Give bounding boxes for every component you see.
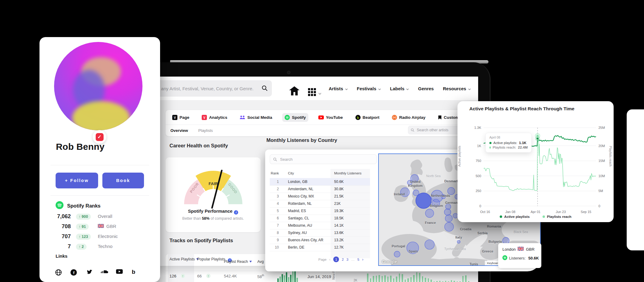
nav-item-genres[interactable]: Genres: [418, 86, 434, 91]
listener-row[interactable]: 9Buenos Aires City, AR13.2K: [270, 236, 370, 244]
page-3[interactable]: 3: [347, 258, 348, 261]
nav-item-labels[interactable]: Labels: [390, 86, 409, 91]
svg-text:10M: 10M: [598, 174, 605, 178]
artist-name: Rob Benny: [56, 142, 104, 152]
listener-row[interactable]: 10Berlin, DE12.7K: [270, 244, 370, 251]
map-bubble[interactable]: [425, 209, 434, 218]
tracks-title: Tracks on Spotify Playlists: [170, 238, 233, 243]
page-2[interactable]: 2: [342, 258, 344, 261]
listener-row[interactable]: 5Madrid, ES19.3K: [270, 207, 370, 215]
nav-item-artists[interactable]: Artists: [329, 86, 348, 91]
playlists-line-chart: 002505M50010M75015M1K20M1.3K25MOct 16Jan…: [457, 113, 614, 216]
listeners-search-field[interactable]: [270, 154, 377, 164]
svg-text:15M: 15M: [598, 159, 605, 163]
youtube-link-icon[interactable]: [116, 269, 122, 276]
search-other-artists-input[interactable]: [416, 128, 460, 132]
tab-radio-airplay[interactable]: Radio Airplay: [389, 113, 428, 122]
listener-row[interactable]: 4Rotterdam, NL21K: [270, 200, 370, 208]
svg-text:1K: 1K: [477, 144, 481, 148]
bookmark-icon: [438, 115, 442, 120]
youtube-icon: [318, 115, 324, 119]
subtab-overview[interactable]: Overview: [170, 128, 188, 133]
apps-grid-icon[interactable]: [308, 88, 316, 97]
listener-row[interactable]: 7Melbourne, AU14.1K: [270, 222, 370, 229]
subtab-playlists[interactable]: Playlists: [198, 128, 213, 133]
map-bubble[interactable]: [445, 222, 454, 232]
map-bubble[interactable]: [394, 251, 400, 257]
svg-text:V: V: [174, 116, 176, 119]
tab-beatport[interactable]: bBeatport: [353, 113, 382, 122]
beatport-icon: b: [355, 115, 361, 120]
tab-analytics[interactable]: VAnalytics: [199, 113, 230, 122]
rank-delta-pill: ↑ 2: [76, 244, 87, 250]
beatport-link-icon[interactable]: b: [131, 269, 138, 276]
map-bubble[interactable]: [407, 242, 419, 254]
apps-grid-chevron-icon[interactable]: [318, 91, 321, 96]
tooltip-city: London: [502, 247, 516, 252]
spotify-icon: [56, 201, 63, 210]
tab-page[interactable]: VPage: [170, 113, 192, 122]
map-bubble[interactable]: [432, 199, 440, 207]
nav-item-festivals[interactable]: Festivals: [357, 86, 381, 91]
tab-youtube[interactable]: YouTube: [316, 113, 345, 122]
globe-link-icon[interactable]: [55, 269, 62, 276]
col-active-playlists[interactable]: Active Playlists: [170, 257, 199, 262]
page-next-icon[interactable]: ›: [362, 257, 363, 262]
career-health-gauge: POOR FAIR GOOD: [168, 161, 259, 210]
spotify-icon: [502, 255, 507, 261]
listener-row[interactable]: 8Sydney, AU13.6K: [270, 229, 370, 237]
info-icon[interactable]: i: [234, 210, 238, 215]
listener-row[interactable]: 1London, GB50.6K: [270, 178, 370, 186]
page-…: …: [351, 258, 355, 261]
map-bubble[interactable]: [453, 213, 458, 218]
google-logo: Google: [382, 259, 397, 264]
nav-item-resources[interactable]: Resources: [443, 86, 471, 91]
soundcloud-link-icon[interactable]: [101, 269, 107, 276]
home-icon[interactable]: [289, 86, 300, 97]
map-bubble[interactable]: [425, 240, 434, 249]
spotify-ranks-header: Spotify Ranks: [56, 201, 101, 210]
legend-active-playlists[interactable]: Active playlists: [500, 215, 530, 218]
spotify-icon: [285, 115, 290, 120]
tab-spotify[interactable]: Spotify: [282, 113, 308, 122]
book-button[interactable]: Book: [102, 173, 144, 188]
map-bubble[interactable]: [446, 204, 451, 209]
listener-row[interactable]: 2Amsterdam, NL30.8K: [270, 185, 370, 193]
channel-tabs-card: VPageVAnalyticsSocial MediaSpotifyYouTub…: [166, 110, 474, 136]
page-5[interactable]: 5: [358, 258, 359, 261]
playlists-chart-card: Active Playlists & Playlist Reach Throug…: [457, 101, 614, 222]
rank-row-gbr: 708↑ 91 GBR: [39, 223, 160, 231]
twitter-link-icon[interactable]: [86, 269, 92, 276]
col-avg[interactable]: Avg: [257, 260, 264, 264]
track-release-date: Jun 14, 2019: [307, 274, 331, 279]
chart-legend: Active playlistsPlaylists reach: [457, 215, 614, 218]
listeners-search-input[interactable]: [279, 157, 363, 162]
page-prev-icon[interactable]: ‹: [329, 257, 331, 262]
legend-playlists-reach[interactable]: Playlists reach: [543, 215, 572, 218]
map-bubble[interactable]: [407, 180, 412, 185]
listener-row[interactable]: 3Mexico City, MX21.5K: [270, 193, 370, 200]
search-icon: [262, 85, 268, 92]
page-1[interactable]: 1: [333, 256, 339, 262]
facebook-link-icon[interactable]: f: [70, 269, 77, 276]
listener-row[interactable]: 6Santiago, CL18.5K: [270, 215, 370, 222]
map-bubble[interactable]: [400, 188, 409, 197]
divider: [50, 165, 149, 165]
map-bubble[interactable]: [441, 195, 446, 199]
map-bubble[interactable]: [447, 187, 455, 195]
map-bubble[interactable]: [445, 215, 453, 222]
radio-icon: [392, 115, 397, 120]
follow-button[interactable]: + Follow: [56, 173, 98, 188]
map-bubble[interactable]: [444, 209, 451, 215]
map-bubble[interactable]: [416, 193, 431, 208]
tab-social-media[interactable]: Social Media: [237, 113, 275, 122]
map-bubble[interactable]: [457, 240, 460, 243]
map-tooltip: London GBR Listeners: 50.6K: [498, 243, 541, 268]
career-health-card: POOR FAIR GOOD Spotify Performancei Bett…: [166, 157, 261, 232]
spotify-performance-label: Spotify Performancei: [166, 208, 261, 215]
col-playlist-reach[interactable]: Playlist Reach: [224, 260, 252, 264]
track-row[interactable]: 126↑ 66↑ 542.4K 58th Jun 14, 2019: [166, 271, 336, 282]
career-health-title: Career Health on Spotify: [170, 143, 228, 149]
svg-text:25M: 25M: [598, 126, 605, 129]
new-followers-bars: [367, 272, 469, 282]
